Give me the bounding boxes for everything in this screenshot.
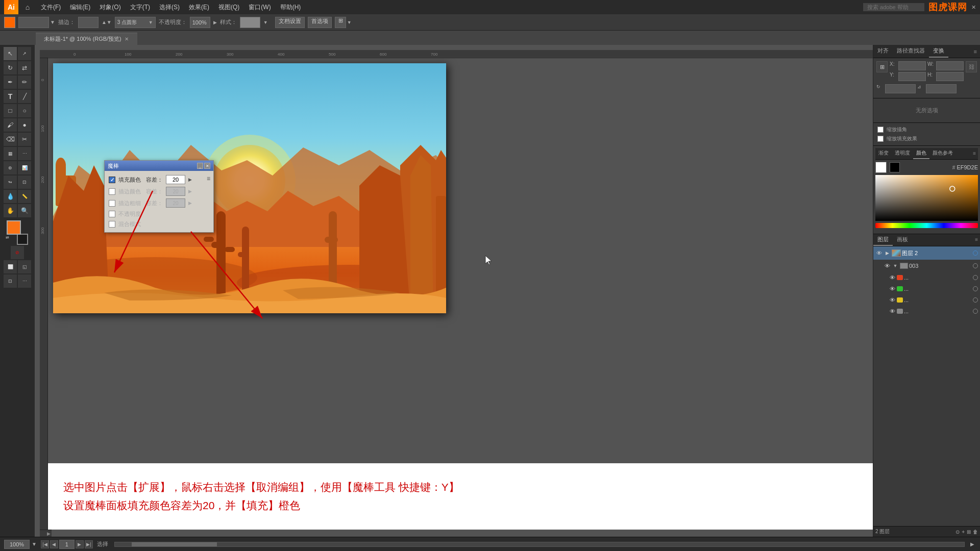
- page-next-btn[interactable]: ▶: [76, 540, 84, 548]
- black-swatch[interactable]: [890, 162, 900, 172]
- w-value[interactable]: [936, 61, 964, 70]
- preferences-btn[interactable]: 首选项: [308, 17, 332, 28]
- style-swatch[interactable]: [240, 17, 260, 28]
- warp-tool[interactable]: ↬: [4, 176, 17, 189]
- screen-mode-btn[interactable]: ⊡: [4, 274, 17, 288]
- draw-inside[interactable]: ◱: [18, 260, 31, 273]
- blob-tool[interactable]: ●: [18, 118, 31, 132]
- layer-item-gray[interactable]: 👁 ...: [873, 306, 980, 317]
- scroll-right-btn[interactable]: ▶: [47, 531, 51, 536]
- x-value[interactable]: [898, 61, 926, 70]
- scale-strokes-checkbox[interactable]: [877, 127, 884, 133]
- rotate-value[interactable]: [885, 84, 916, 93]
- tab-transform[interactable]: 变换: [929, 45, 948, 58]
- layer-item-003[interactable]: 👁 ▼ 003: [873, 260, 980, 272]
- search-input[interactable]: [863, 3, 924, 11]
- eyedropper-tool[interactable]: 💧: [4, 190, 17, 203]
- close-btn[interactable]: ✕: [971, 4, 976, 11]
- menu-select[interactable]: 选择(S): [155, 2, 184, 13]
- rotate-tool[interactable]: ↻: [4, 61, 17, 74]
- style-arrow[interactable]: ▼: [263, 20, 268, 25]
- home-icon[interactable]: ⌂: [21, 1, 34, 13]
- menu-type[interactable]: 文字(T): [126, 2, 154, 13]
- fg-color-swatch[interactable]: [7, 220, 21, 235]
- opacity-arrow[interactable]: ▶: [213, 20, 217, 25]
- menu-edit[interactable]: 编辑(E): [66, 2, 94, 13]
- h-value[interactable]: [936, 72, 964, 81]
- y-value[interactable]: [898, 72, 926, 81]
- scroll-thumb-status[interactable]: [132, 542, 216, 546]
- select-tool[interactable]: ↖: [4, 47, 17, 60]
- direct-select-tool[interactable]: ↗: [18, 47, 31, 60]
- eraser-tool[interactable]: ⌫: [4, 133, 17, 146]
- rect-tool[interactable]: □: [4, 104, 17, 117]
- layers-duplicate-btn[interactable]: ⊞: [967, 529, 971, 535]
- menu-help[interactable]: 帮助(H): [276, 2, 305, 13]
- horizontal-scrollbar[interactable]: ▶: [40, 530, 52, 537]
- layer-eye-gray[interactable]: 👁: [889, 308, 896, 315]
- graph-tool[interactable]: 📊: [18, 161, 31, 174]
- horizontal-scroll-bar[interactable]: [114, 542, 965, 547]
- color-spectrum[interactable]: [875, 175, 978, 221]
- tab-pathfinder[interactable]: 路径查找器: [893, 45, 929, 58]
- layers-panel-menu[interactable]: ≡: [973, 234, 980, 246]
- layer-eye-layer2[interactable]: 👁: [875, 249, 883, 257]
- color-tab-color[interactable]: 颜色: [913, 148, 929, 159]
- tab-close-btn[interactable]: ✕: [125, 36, 129, 42]
- layer-eye-red[interactable]: 👁: [889, 274, 896, 281]
- arrange-arrow[interactable]: ▼: [347, 20, 352, 25]
- page-number-input[interactable]: [59, 540, 75, 549]
- zoom-tool[interactable]: 🔍: [18, 204, 31, 217]
- measure-tool[interactable]: 📏: [18, 190, 31, 203]
- scale-effects-checkbox[interactable]: [877, 136, 884, 142]
- layer-eye-003[interactable]: 👁: [884, 262, 891, 269]
- panel-options-icon[interactable]: ≡: [974, 45, 980, 58]
- menu-effect[interactable]: 效果(E): [185, 2, 213, 13]
- layer-item-green[interactable]: 👁 ...: [873, 283, 980, 294]
- line-tool[interactable]: ╱: [18, 90, 31, 103]
- artboard-container[interactable]: 魔棒 _ ✕ ≡ ✓ 填充颜色: [48, 58, 873, 530]
- zoom-input[interactable]: [4, 540, 30, 549]
- symbol-tool[interactable]: ⊛: [4, 161, 17, 174]
- layers-make-mask-btn[interactable]: ⊙: [955, 529, 960, 535]
- layer-eye-green[interactable]: 👁: [889, 285, 896, 292]
- stroke-width-checkbox[interactable]: [109, 200, 115, 207]
- scroll-right-btn-status[interactable]: ▶: [969, 541, 976, 548]
- layers-delete-btn[interactable]: 🗑: [973, 529, 978, 535]
- color-tab-reference[interactable]: 颜色参考: [929, 148, 956, 159]
- color-panel-menu[interactable]: ≡: [971, 148, 978, 159]
- stroke-value[interactable]: [78, 17, 99, 28]
- brush-mode-arrow[interactable]: ▼: [50, 19, 55, 25]
- scissors-tool[interactable]: ✂: [18, 133, 31, 146]
- menu-file[interactable]: 文件(F): [37, 2, 65, 13]
- opacity-value[interactable]: 100%: [190, 17, 210, 28]
- panel-minimize-btn[interactable]: _: [197, 163, 203, 169]
- white-swatch[interactable]: [875, 162, 887, 173]
- opacity-checkbox[interactable]: [109, 211, 115, 217]
- free-transform-tool[interactable]: ⊡: [18, 176, 31, 189]
- menu-object[interactable]: 对象(O): [95, 2, 125, 13]
- tolerance-input[interactable]: [166, 175, 185, 184]
- tab-align[interactable]: 对齐: [873, 45, 893, 58]
- document-tab[interactable]: 未标题-1* @ 100% (RGB/预览) ✕: [36, 33, 137, 45]
- more-tools[interactable]: ⋯: [18, 274, 31, 288]
- layers-tab[interactable]: 图层: [873, 234, 893, 246]
- mesh-tool[interactable]: ⋯: [18, 147, 31, 160]
- layer-eye-yellow[interactable]: 👁: [889, 296, 896, 304]
- doc-settings-btn[interactable]: 文档设置: [275, 17, 305, 28]
- swap-colors-icon[interactable]: ⇄: [6, 235, 9, 240]
- layer-item-yellow[interactable]: 👁 ...: [873, 294, 980, 306]
- layer-expand-003[interactable]: ▼: [892, 262, 899, 269]
- mirror-tool[interactable]: ⇄: [18, 61, 31, 74]
- panel-menu-btn[interactable]: ≡: [207, 175, 210, 182]
- layer-expand-layer2[interactable]: ▶: [884, 249, 891, 257]
- shear-value[interactable]: [926, 84, 957, 93]
- tolerance-arrow[interactable]: ▶: [188, 177, 192, 182]
- text-tool[interactable]: T: [4, 90, 17, 103]
- pen-tool[interactable]: ✒: [4, 76, 17, 89]
- brush-selector[interactable]: 3 点圆形 ▼: [115, 17, 156, 28]
- blend-mode-checkbox[interactable]: [109, 221, 115, 228]
- panel-close-btn[interactable]: ✕: [204, 163, 210, 169]
- artboard-tab[interactable]: 画板: [893, 234, 912, 246]
- hue-slider[interactable]: [875, 223, 978, 228]
